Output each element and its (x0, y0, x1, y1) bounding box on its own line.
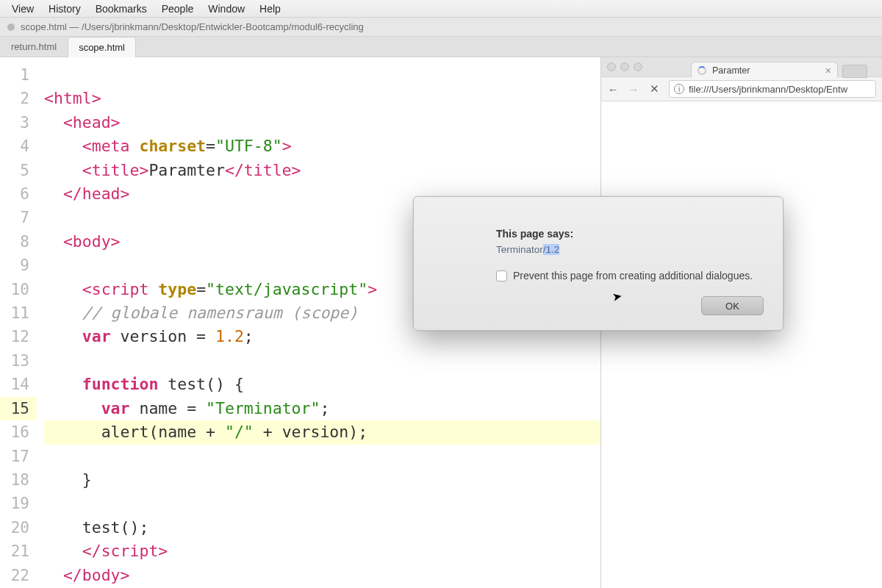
browser-window-chrome: Paramter × (601, 57, 882, 76)
menu-people[interactable]: People (154, 3, 201, 15)
tab-close-icon[interactable]: × (825, 65, 831, 76)
menu-help[interactable]: Help (252, 3, 288, 15)
js-alert-dialog: This page says: Terminator/1.2 Prevent t… (413, 196, 784, 331)
nav-back-icon[interactable]: ← (607, 83, 619, 96)
editor-tab-scope[interactable]: scope.html (68, 37, 136, 57)
alert-heading: This page says: (496, 228, 764, 240)
new-tab-button[interactable] (842, 65, 867, 78)
nav-forward-icon: → (628, 83, 639, 96)
editor-tab-return[interactable]: return.html (0, 36, 68, 57)
menu-view[interactable]: View (4, 3, 41, 15)
alert-ok-button[interactable]: OK (701, 296, 764, 315)
doc-modified-dot-icon (7, 24, 15, 31)
omnibox[interactable]: i file:///Users/jbrinkmann/Desktop/Entw (669, 80, 876, 98)
mac-menubar: View History Bookmarks People Window Hel… (0, 0, 882, 18)
loading-spinner-icon (698, 66, 706, 75)
browser-tab-title: Paramter (712, 65, 750, 76)
browser-toolbar: ← → ✕ i file:///Users/jbrinkmann/Desktop… (601, 76, 882, 101)
menu-window[interactable]: Window (201, 3, 252, 15)
traffic-minimize-icon[interactable] (620, 62, 629, 71)
editor-window-title: scope.html — /Users/jbrinkmann/Desktop/E… (0, 18, 882, 37)
alert-message: Terminator/1.2 (496, 244, 764, 255)
prevent-dialogs-checkbox[interactable] (496, 270, 507, 282)
line-number-gutter: 1 2 3 4 5 6 7 8 9 10 11 12 13 14 15 16 1… (0, 57, 37, 588)
menu-bookmarks[interactable]: Bookmarks (88, 3, 154, 15)
traffic-close-icon[interactable] (607, 62, 616, 71)
browser-viewport (601, 101, 882, 588)
prevent-dialogs-label: Prevent this page from creating addition… (513, 270, 753, 282)
site-info-icon[interactable]: i (674, 84, 684, 94)
editor-title-text: scope.html — /Users/jbrinkmann/Desktop/E… (21, 21, 364, 32)
traffic-zoom-icon[interactable] (634, 62, 642, 71)
menu-history[interactable]: History (41, 3, 88, 15)
editor-tabstrip: return.html scope.html (0, 37, 882, 57)
omnibox-url: file:///Users/jbrinkmann/Desktop/Entw (689, 84, 847, 95)
nav-stop-icon[interactable]: ✕ (648, 82, 660, 96)
browser-tab[interactable]: Paramter × (691, 62, 838, 78)
